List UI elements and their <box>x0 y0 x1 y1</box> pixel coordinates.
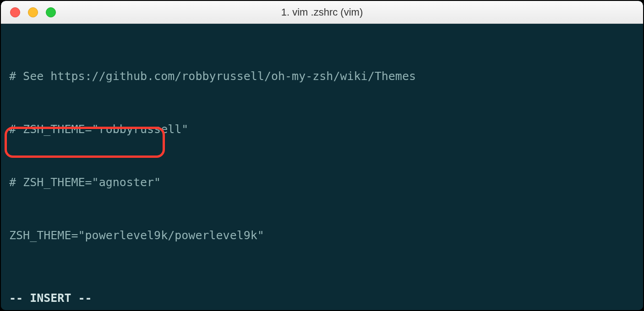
window-title: 1. vim .zshrc (vim) <box>1 6 643 18</box>
terminal-content[interactable]: # See https://github.com/robbyrussell/oh… <box>1 24 643 310</box>
vim-status-mode: -- INSERT -- <box>9 290 92 307</box>
editor-line: # See https://github.com/robbyrussell/oh… <box>1 68 643 86</box>
editor-line: # ZSH_THEME="robbyrussell" <box>1 121 643 139</box>
terminal-window: 1. vim .zshrc (vim) # See https://github… <box>0 0 644 311</box>
editor-line: ZSH_THEME="powerlevel9k/powerlevel9k" <box>1 227 643 245</box>
titlebar: 1. vim .zshrc (vim) <box>1 1 643 24</box>
editor-line: # ZSH_THEME="agnoster" <box>1 174 643 192</box>
